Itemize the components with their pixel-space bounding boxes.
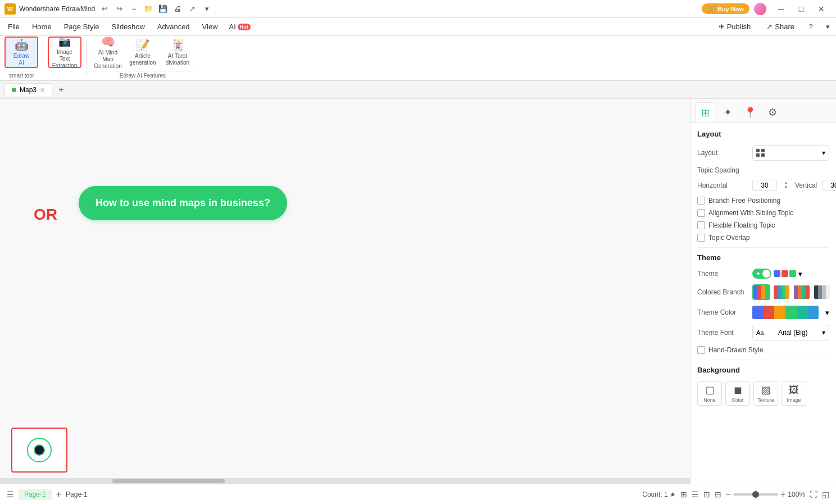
title-bar-right: 🛒 Buy Now ─ □ ✕ <box>702 0 832 18</box>
redo-icon[interactable]: ↪ <box>113 3 125 15</box>
bg-color-button[interactable]: ◼ Color <box>725 381 750 406</box>
menu-home[interactable]: Home <box>26 20 57 33</box>
slide-icon[interactable]: ⊟ <box>715 490 721 499</box>
panel-toggle-icon[interactable]: ◱ <box>822 490 829 499</box>
export-icon[interactable]: ↗ <box>186 3 198 15</box>
share-button[interactable]: ↗ Share <box>761 20 800 33</box>
ai-mind-map-icon: 🧠 <box>101 35 115 48</box>
edraw-ai-features-label: Edraw AI Features <box>91 71 194 80</box>
branch-free-checkbox[interactable] <box>697 197 705 205</box>
publish-button[interactable]: ✈ Publish <box>713 20 757 33</box>
maximize-button[interactable]: □ <box>791 0 811 18</box>
bg-texture-button[interactable]: ▨ Texture <box>753 381 778 406</box>
grid-view-icon[interactable]: ⊞ <box>680 490 687 499</box>
topic-spacing-row: Topic Spacing <box>697 166 829 174</box>
tab-map3[interactable]: Map3 ✕ <box>4 83 52 96</box>
branch-option-1[interactable] <box>752 284 770 300</box>
zoom-thumb <box>752 491 759 498</box>
tab-add-button[interactable]: + <box>54 83 68 97</box>
image-text-label: Image TextExtraction <box>51 49 78 69</box>
ai-tarot-button[interactable]: 🃏 AI Tarotdivination <box>161 37 194 68</box>
new-icon[interactable]: ＋ <box>128 3 140 15</box>
close-button[interactable]: ✕ <box>811 0 832 18</box>
panel-tab-settings[interactable]: ⚙ <box>762 102 783 122</box>
more-icon[interactable]: ▾ <box>201 3 213 15</box>
layout-selector[interactable]: ▾ <box>752 145 829 161</box>
hot-badge: Hot <box>238 24 251 30</box>
ai-tarot-label: AI Tarotdivination <box>166 53 189 66</box>
divider-1 <box>697 247 829 248</box>
divider-2 <box>697 360 829 360</box>
panel-tab-style[interactable]: ✦ <box>717 102 738 122</box>
star-icon: ★ <box>670 491 676 498</box>
open-folder-icon[interactable]: 📁 <box>142 3 155 15</box>
colored-branch-label: Colored Branch <box>697 288 748 296</box>
zoom-out-button[interactable]: − <box>726 489 731 500</box>
help-icon[interactable]: ? <box>805 21 817 33</box>
theme-font-selector[interactable]: Aa Arial (Big) ▾ <box>752 325 829 340</box>
menu-right: ✈ Publish ↗ Share ? ▾ <box>713 20 834 33</box>
menu-slideshow[interactable]: Slideshow <box>106 20 151 33</box>
canvas-area[interactable]: OR How to use mind maps in business? <box>0 99 690 484</box>
panel-tab-layout[interactable]: ⊞ <box>695 102 715 122</box>
hand-drawn-checkbox[interactable] <box>697 346 705 354</box>
horizontal-scrollbar[interactable] <box>0 478 690 484</box>
undo-icon[interactable]: ↩ <box>98 3 111 15</box>
ai-menu-item[interactable]: AI Hot <box>225 21 255 33</box>
edraw-ai-button[interactable]: 🤖 EdrawAI <box>4 37 38 68</box>
bg-image-button[interactable]: 🖼 Image <box>782 381 806 406</box>
buy-now-button[interactable]: 🛒 Buy Now <box>702 3 749 14</box>
zoom-in-button[interactable]: + <box>780 489 785 500</box>
status-bar: ☰ Page-1 + Page-1 Count: 1 ★ ⊞ ☰ ⊡ ⊟ − +… <box>0 484 836 504</box>
save-icon[interactable]: 💾 <box>157 3 169 15</box>
bg-none-button[interactable]: ▢ None <box>697 381 722 406</box>
smart-tool-label: smart tool <box>4 71 38 80</box>
panel-tab-location[interactable]: 📍 <box>740 102 760 122</box>
vertical-input[interactable] <box>822 180 836 191</box>
toggle-panel-icon[interactable]: ☰ <box>7 490 14 499</box>
app-name: Wondershare EdrawMind <box>19 5 95 13</box>
edraw-ai-icon: 🤖 <box>15 38 29 52</box>
outline-view-icon[interactable]: ☰ <box>692 490 699 499</box>
print-icon[interactable]: 🖨 <box>171 3 184 15</box>
layout-section-title: Layout <box>697 130 829 138</box>
theme-toggle[interactable]: ✦ <box>752 269 771 279</box>
scrollbar-thumb[interactable] <box>112 479 225 483</box>
share-icon: ↗ <box>766 22 773 31</box>
ai-mind-map-button[interactable]: 🧠 AI Mind MapGeneration <box>91 37 125 68</box>
status-bar-right: Count: 1 ★ ⊞ ☰ ⊡ ⊟ − + 100% ⛶ ◱ <box>642 489 829 500</box>
panel-tabs: ⊞ ✦ 📍 ⚙ <box>690 99 836 123</box>
theme-color-dropdown[interactable]: ▾ <box>825 308 829 317</box>
branch-option-4[interactable] <box>813 284 831 300</box>
page-tab-active[interactable]: Page-1 <box>19 489 52 500</box>
alignment-sibling-checkbox[interactable] <box>697 209 705 217</box>
horizontal-input[interactable] <box>752 180 777 191</box>
article-generation-button[interactable]: 📝 Articlegeneration <box>126 37 160 68</box>
minimize-button[interactable]: ─ <box>771 0 791 18</box>
branch-option-3[interactable] <box>793 284 811 300</box>
menu-advanced[interactable]: Advanced <box>152 20 196 33</box>
minimap-dot <box>34 444 45 456</box>
horizontal-spinner[interactable]: ▲ ▼ <box>784 181 788 190</box>
image-text-extraction-button[interactable]: 📷 Image TextExtraction <box>48 37 81 68</box>
layout-label: Layout <box>697 149 748 157</box>
topic-overlap-checkbox[interactable] <box>697 234 705 242</box>
fullscreen-icon[interactable]: ⛶ <box>810 490 817 499</box>
theme-color-selector[interactable] <box>752 306 819 319</box>
ai-mind-map-label: AI Mind MapGeneration <box>93 49 122 70</box>
add-page-button[interactable]: + <box>56 489 61 500</box>
flexible-floating-checkbox[interactable] <box>697 221 705 229</box>
mind-map-node[interactable]: How to use mind maps in business? <box>79 186 287 220</box>
menu-page-style[interactable]: Page Style <box>58 20 105 33</box>
branch-option-2[interactable] <box>773 284 790 300</box>
menu-view[interactable]: View <box>197 20 224 33</box>
theme-dropdown-arrow[interactable]: ▾ <box>798 270 802 278</box>
zoom-slider[interactable] <box>733 493 778 496</box>
tab-bar: Map3 ✕ + <box>0 81 836 99</box>
help-dropdown-icon[interactable]: ▾ <box>821 21 834 33</box>
menu-file[interactable]: File <box>2 20 25 33</box>
tab-close-icon[interactable]: ✕ <box>40 87 45 94</box>
fit-icon[interactable]: ⊡ <box>703 490 710 499</box>
user-avatar[interactable] <box>754 3 766 15</box>
bg-color-icon: ◼ <box>734 384 742 396</box>
